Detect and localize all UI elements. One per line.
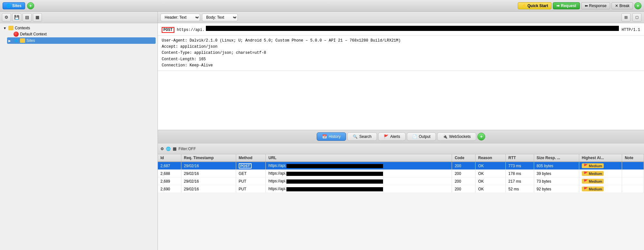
search-icon: 🔍	[353, 134, 358, 139]
url-redact-block	[286, 187, 383, 191]
cell-rtt: 773 ms	[506, 162, 534, 170]
sites-button[interactable]: 🌐 Sites	[3, 2, 25, 9]
cell-code: 200	[452, 178, 476, 185]
default-context-label: Default Context	[20, 32, 47, 36]
gear-icon: ⚙	[5, 15, 8, 20]
cell-size: 39 bytes	[534, 170, 579, 178]
arrow-left-icon: ⬅	[585, 4, 588, 8]
header-line-4: Content-Length: 165	[162, 56, 640, 63]
websockets-tab-label: WebSockets	[449, 134, 471, 139]
sites-tree-label: Sites	[26, 38, 35, 43]
header-line-1: User-Agent: Dalvik/2.1.0 (Linux; U; Andr…	[162, 38, 640, 44]
cell-method: PUT	[236, 178, 266, 185]
view1-icon-btn[interactable]: ▤	[23, 13, 32, 22]
table-row[interactable]: 2,68729/02/16POSThttps://api.200OK773 ms…	[158, 162, 644, 170]
cell-timestamp: 29/02/16	[181, 162, 236, 170]
tab-output[interactable]: 📄 Output	[407, 132, 436, 141]
flag-icon-badge: 🚩	[583, 171, 588, 176]
cell-alert: 🚩Medium	[579, 178, 622, 185]
x-icon: ✕	[615, 4, 618, 8]
response-label: Response	[589, 4, 607, 8]
col-rtt: RTT	[506, 154, 534, 162]
tab-websockets[interactable]: 🔌 WebSockets	[437, 132, 476, 141]
flag-icon-badge: 🚩	[583, 187, 588, 191]
table-row[interactable]: 2,68829/02/16GEThttps://api.200OK178 ms3…	[158, 170, 644, 178]
full-icon: ▢	[635, 15, 639, 19]
tab-alerts[interactable]: 🚩 Alerts	[378, 132, 406, 141]
view-full-icon-btn[interactable]: ▢	[632, 13, 641, 22]
header-line-5: Connection: Keep-Alive	[162, 63, 640, 69]
settings-icon-btn[interactable]: ⚙	[2, 13, 11, 22]
history-tab-label: History	[329, 134, 341, 139]
response-button[interactable]: ⬅ Response	[581, 2, 610, 9]
cell-note	[622, 178, 644, 185]
add-site-button[interactable]: +	[27, 2, 34, 9]
cell-size: 73 bytes	[534, 178, 579, 185]
tree-item-sites[interactable]: ▶ 🌐 Sites	[7, 37, 156, 44]
cell-note	[622, 170, 644, 178]
cell-rtt: 217 ms	[506, 178, 534, 185]
left-panel: ⚙ 💾 ▤ ▦ ▼ Contexts	[0, 12, 158, 250]
quick-start-button[interactable]: ⚡ Quick Start	[518, 2, 552, 9]
filter-icon: ▦	[173, 146, 177, 151]
sites-folder-icon	[20, 38, 25, 43]
view-split-icon-btn[interactable]: ▤	[621, 13, 630, 22]
globe-icon-tree: 🌐	[14, 38, 19, 43]
bottom-tabs: 📅 History 🔍 Search 🚩 Alerts 📄 Output 🔌 W…	[158, 130, 644, 143]
plug-icon: 🔌	[443, 134, 447, 139]
cell-url: https://api.	[266, 162, 452, 170]
request-button[interactable]: ➡ Request	[553, 2, 580, 9]
cell-rtt: 178 ms	[506, 170, 534, 178]
tree-item-contexts[interactable]: ▼ Contexts	[2, 25, 156, 31]
save-icon-btn[interactable]: 💾	[12, 13, 21, 22]
tab-search[interactable]: 🔍 Search	[347, 132, 377, 141]
header-select[interactable]: Header: Text Header: Hex	[160, 14, 200, 21]
main-content: ⚙ 💾 ▤ ▦ ▼ Contexts	[0, 12, 644, 250]
flag-icon-badge: 🚩	[583, 179, 588, 183]
cell-url: https://api.	[266, 185, 452, 193]
url-redact-block	[286, 179, 383, 184]
left-toolbar: ⚙ 💾 ▤ ▦	[0, 12, 158, 23]
col-timestamp: Req. Timestamp	[181, 154, 236, 162]
tab-history[interactable]: 📅 History	[317, 132, 346, 141]
output-tab-label: Output	[419, 134, 430, 139]
header-line-3: Content-Type: application/json; charset=…	[162, 50, 640, 56]
header-select-wrapper: Header: Text Header: Hex ▾▴	[160, 14, 200, 21]
col-code: Code	[452, 154, 476, 162]
http-version: HTTP/1.1	[621, 28, 640, 32]
add-icon: +	[29, 4, 32, 8]
break-button[interactable]: ✕ Break	[611, 2, 633, 9]
post-method-badge: POST	[162, 27, 174, 33]
cell-timestamp: 29/02/16	[181, 170, 236, 178]
table-area: ⚙ 🌐 ▦ Filter:OFF Id Req. Timestamp Metho…	[158, 143, 644, 250]
table-row[interactable]: 2,69029/02/16PUThttps://api.200OK52 ms92…	[158, 185, 644, 193]
alert-badge: 🚩Medium	[582, 187, 604, 191]
tree-toggle-contexts: ▼	[3, 26, 7, 30]
cell-note	[622, 185, 644, 193]
view2-icon-btn[interactable]: ▦	[33, 13, 42, 22]
globe-icon-table: 🌐	[166, 147, 171, 151]
toolbar-right: ⚡ Quick Start ➡ Request ⬅ Response ✕ Bre…	[518, 2, 641, 9]
request-body	[158, 71, 644, 130]
cell-alert: 🚩Medium	[579, 185, 622, 193]
flag-icon-badge: 🚩	[583, 164, 588, 168]
body-select[interactable]: Body: Text Body: Hex	[202, 14, 238, 21]
col-note: Note	[622, 154, 644, 162]
add-tab-button[interactable]: +	[477, 133, 485, 140]
table-row[interactable]: 2,68929/02/16PUThttps://api.200OK217 ms7…	[158, 178, 644, 185]
post-method-badge: POST	[239, 163, 252, 168]
col-method: Method	[236, 154, 266, 162]
col-alert: Highest Al...	[579, 154, 622, 162]
alerts-tab-label: Alerts	[390, 134, 400, 139]
calendar-icon: 📅	[322, 134, 327, 139]
globe-icon: 🌐	[6, 4, 11, 8]
top-toolbar: 🌐 Sites + ⚡ Quick Start ➡ Request ⬅ Resp…	[0, 0, 644, 12]
cell-code: 200	[452, 170, 476, 178]
url-prefix: https://api.	[177, 28, 205, 32]
tree-item-default-context[interactable]: Default Context	[7, 31, 156, 37]
add-toolbar-button[interactable]: +	[634, 2, 641, 9]
col-id: Id	[158, 154, 181, 162]
alert-badge: 🚩Medium	[582, 163, 604, 168]
flag-icon: 🚩	[384, 134, 389, 139]
table-header-row: Id Req. Timestamp Method URL Code Reason…	[158, 154, 644, 162]
